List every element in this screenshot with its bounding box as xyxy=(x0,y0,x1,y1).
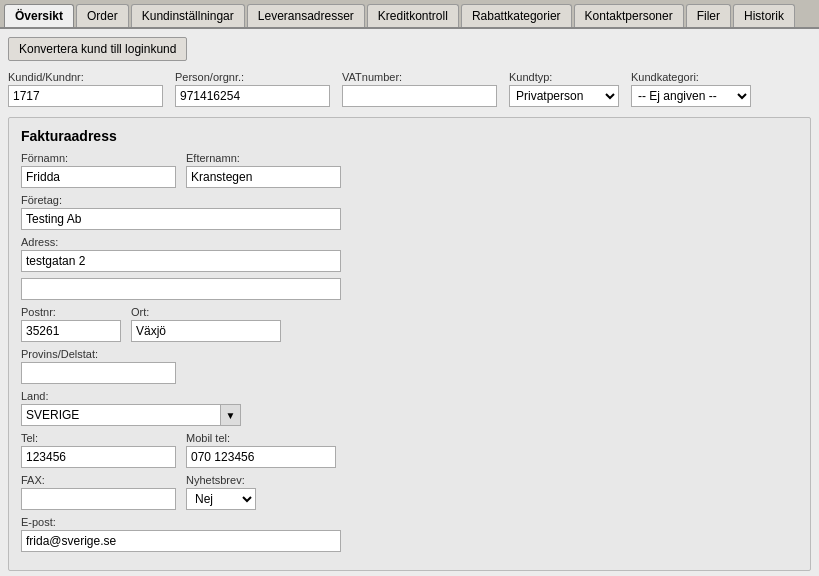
provins-label: Provins/Delstat: xyxy=(21,348,176,360)
fax-nyhetsbrev-row: FAX: Nyhetsbrev: Nej Ja xyxy=(21,474,798,510)
person-group: Person/orgnr.: xyxy=(175,71,330,107)
kundtyp-label: Kundtyp: xyxy=(509,71,619,83)
provins-row: Provins/Delstat: xyxy=(21,348,798,384)
foretag-group: Företag: xyxy=(21,194,341,230)
ort-label: Ort: xyxy=(131,306,281,318)
provins-input[interactable] xyxy=(21,362,176,384)
faktura-title: Fakturaadress xyxy=(21,128,798,144)
main-content: Konvertera kund till loginkund Kundid/Ku… xyxy=(0,29,819,576)
efternamn-label: Efternamn: xyxy=(186,152,341,164)
tab-kreditkontroll[interactable]: Kreditkontroll xyxy=(367,4,459,27)
land-row: Land: ▼ xyxy=(21,390,798,426)
efternamn-input[interactable] xyxy=(186,166,341,188)
vat-input[interactable] xyxy=(342,85,497,107)
mobil-input[interactable] xyxy=(186,446,336,468)
efternamn-group: Efternamn: xyxy=(186,152,341,188)
adress-label: Adress: xyxy=(21,236,341,248)
land-dropdown-btn[interactable]: ▼ xyxy=(221,404,241,426)
ort-input[interactable] xyxy=(131,320,281,342)
tel-input[interactable] xyxy=(21,446,176,468)
tel-label: Tel: xyxy=(21,432,176,444)
kundtyp-select[interactable]: Privatperson xyxy=(509,85,619,107)
foretag-input[interactable] xyxy=(21,208,341,230)
nyhetsbrev-group: Nyhetsbrev: Nej Ja xyxy=(186,474,256,510)
adress-input2[interactable] xyxy=(21,278,341,300)
epost-group: E-post: xyxy=(21,516,341,552)
provins-group: Provins/Delstat: xyxy=(21,348,176,384)
postnr-input[interactable] xyxy=(21,320,121,342)
person-input[interactable] xyxy=(175,85,330,107)
postnr-ort-row: Postnr: Ort: xyxy=(21,306,798,342)
postnr-group: Postnr: xyxy=(21,306,121,342)
fax-group: FAX: xyxy=(21,474,176,510)
nyhetsbrev-select[interactable]: Nej Ja xyxy=(186,488,256,510)
kundkategori-label: Kundkategori: xyxy=(631,71,751,83)
tab-leveransadresser[interactable]: Leveransadresser xyxy=(247,4,365,27)
fax-label: FAX: xyxy=(21,474,176,486)
tab-filer[interactable]: Filer xyxy=(686,4,731,27)
land-dropdown-wrapper: ▼ xyxy=(21,404,241,426)
convert-button[interactable]: Konvertera kund till loginkund xyxy=(8,37,187,61)
fornamn-label: Förnamn: xyxy=(21,152,176,164)
top-fields: Kundid/Kundnr: Person/orgnr.: VATnumber:… xyxy=(8,71,811,107)
tab-rabattkategorier[interactable]: Rabattkategorier xyxy=(461,4,572,27)
epost-input[interactable] xyxy=(21,530,341,552)
tab-oversikt[interactable]: Översikt xyxy=(4,4,74,27)
tel-row: Tel: Mobil tel: xyxy=(21,432,798,468)
kundkategori-dropdown-wrapper: -- Ej angiven -- xyxy=(631,85,751,107)
tab-kundinstallningar[interactable]: Kundinställningar xyxy=(131,4,245,27)
kundtyp-dropdown-wrapper: Privatperson xyxy=(509,85,619,107)
postnr-label: Postnr: xyxy=(21,306,121,318)
tel-group: Tel: xyxy=(21,432,176,468)
adress-group: Adress: xyxy=(21,236,341,300)
tab-order[interactable]: Order xyxy=(76,4,129,27)
vat-label: VATnumber: xyxy=(342,71,497,83)
adress-input1[interactable] xyxy=(21,250,341,272)
land-input[interactable] xyxy=(21,404,221,426)
kundtyp-group: Kundtyp: Privatperson xyxy=(509,71,619,107)
kundkategori-select[interactable]: -- Ej angiven -- xyxy=(631,85,751,107)
fornamn-input[interactable] xyxy=(21,166,176,188)
foretag-label: Företag: xyxy=(21,194,341,206)
vat-group: VATnumber: xyxy=(342,71,497,107)
land-group: Land: ▼ xyxy=(21,390,241,426)
person-label: Person/orgnr.: xyxy=(175,71,330,83)
kundid-label: Kundid/Kundnr: xyxy=(8,71,163,83)
tab-bar: Översikt Order Kundinställningar Leveran… xyxy=(0,0,819,29)
epost-label: E-post: xyxy=(21,516,341,528)
tab-kontaktpersoner[interactable]: Kontaktpersoner xyxy=(574,4,684,27)
fornamn-group: Förnamn: xyxy=(21,152,176,188)
mobil-group: Mobil tel: xyxy=(186,432,336,468)
nyhetsbrev-select-wrapper: Nej Ja xyxy=(186,488,256,510)
fax-input[interactable] xyxy=(21,488,176,510)
kundkategori-group: Kundkategori: -- Ej angiven -- xyxy=(631,71,751,107)
land-label: Land: xyxy=(21,390,241,402)
foretag-row: Företag: xyxy=(21,194,798,230)
faktura-box: Fakturaadress Förnamn: Efternamn: Företa… xyxy=(8,117,811,571)
ort-group: Ort: xyxy=(131,306,281,342)
kundid-group: Kundid/Kundnr: xyxy=(8,71,163,107)
epost-row: E-post: xyxy=(21,516,798,552)
kundid-input[interactable] xyxy=(8,85,163,107)
nyhetsbrev-label: Nyhetsbrev: xyxy=(186,474,256,486)
adress-row: Adress: xyxy=(21,236,798,300)
mobil-label: Mobil tel: xyxy=(186,432,336,444)
tab-historik[interactable]: Historik xyxy=(733,4,795,27)
name-row: Förnamn: Efternamn: xyxy=(21,152,798,188)
